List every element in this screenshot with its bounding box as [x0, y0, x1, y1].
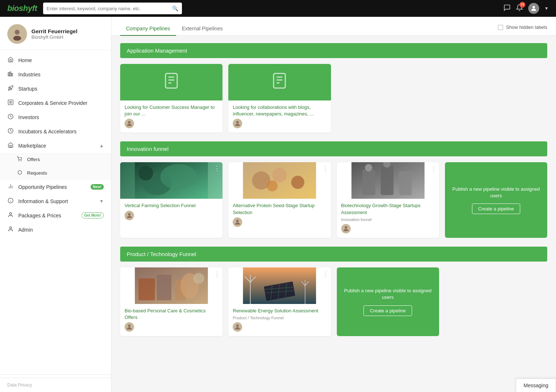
investors-icon	[7, 114, 14, 121]
show-hidden-label: Show hidden labels	[506, 24, 547, 30]
card-menu-btn-ap[interactable]: ⋮	[322, 164, 329, 172]
create-pipeline-text-pt: Publish a new pipeline visible to assign…	[344, 288, 432, 301]
card-body-am-2: Looking for collaborations with blogs, i…	[228, 100, 331, 133]
section-product-technology: Product / Technology Funnel	[120, 247, 547, 262]
svg-rect-45	[399, 171, 412, 195]
card-img-vf: ⋮	[120, 162, 222, 199]
opportunity-badge: New!	[91, 184, 104, 190]
svg-point-48	[344, 226, 347, 229]
pipeline-card-am-1[interactable]: Looking for Customer Success Manager to …	[120, 64, 222, 133]
card-menu-btn-vf[interactable]: ⋮	[214, 164, 220, 172]
svg-point-25	[128, 121, 131, 124]
section-innovation-funnel: Innovation funnel	[120, 141, 547, 156]
card-avatar-am-2	[233, 119, 242, 128]
sidebar-item-admin[interactable]: Admin	[0, 222, 111, 237]
admin-icon	[7, 226, 14, 233]
sidebar-item-opportunity[interactable]: Opportunity Pipelines New!	[0, 180, 111, 194]
user-profile: Gerrit Feuerriegel Bioshyft GmbH	[0, 17, 111, 50]
card-placeholder-am-2	[228, 64, 331, 100]
sidebar-item-packages[interactable]: Packages & Prices Get More!	[0, 208, 111, 222]
tab-actions: Show hidden labels	[498, 24, 547, 33]
svg-point-12	[21, 161, 21, 161]
packages-badge: Get More!	[81, 212, 104, 218]
pipeline-card-re[interactable]: ⋮ Renewable Energy Solution Assessment P…	[228, 267, 331, 336]
svg-point-55	[128, 324, 131, 327]
card-title-re: Renewable Energy Solution Assessment	[233, 308, 326, 314]
messaging-button[interactable]: Messaging	[516, 378, 556, 392]
search-bar[interactable]: 🔍	[43, 3, 182, 14]
pipeline-card-ap[interactable]: ⋮ Alternative Protein Seed-Stage Startup…	[228, 162, 331, 237]
profile-avatar	[7, 24, 27, 44]
info-caret-icon: ▼	[99, 199, 104, 204]
profile-name: Gerrit Feuerriegel	[31, 28, 77, 34]
card-avatar-ap	[233, 217, 242, 227]
search-input[interactable]	[47, 6, 172, 11]
card-menu-btn-re[interactable]: ⋮	[322, 270, 329, 278]
offers-icon	[16, 156, 23, 163]
card-title-bt: Biotechnology Growth-Stage Startups Asse…	[341, 202, 435, 216]
sidebar-label-requests: Requests	[27, 170, 104, 176]
notifications-icon[interactable]: 77	[516, 4, 523, 13]
card-menu-btn-bt[interactable]: ⋮	[430, 164, 437, 172]
section-application-management: Application Management	[120, 43, 547, 58]
card-title-vf: Vertical Farming Selection Funnel	[125, 202, 218, 209]
create-pipeline-btn-pt[interactable]: Create a pipeline	[363, 305, 412, 316]
avatar-caret-icon[interactable]: ▼	[544, 6, 549, 11]
card-body-am-1: Looking for Customer Success Manager to …	[120, 100, 222, 133]
info-icon	[7, 198, 14, 205]
svg-point-19	[9, 213, 11, 214]
svg-point-3	[13, 36, 21, 41]
svg-rect-5	[10, 72, 11, 76]
show-hidden-checkbox[interactable]	[498, 25, 503, 30]
sidebar-footer[interactable]: Data Privacy	[0, 378, 111, 392]
svg-point-35	[128, 213, 131, 216]
tab-external-pipelines[interactable]: External Pipelines	[176, 22, 229, 36]
sidebar-label-startups: Startups	[18, 86, 104, 92]
sidebar-item-offers[interactable]: Offers	[0, 153, 111, 166]
pipeline-card-bp[interactable]: ⋮ Bio-based Personal Care & Cosmetics Of…	[120, 267, 222, 336]
svg-rect-21	[165, 73, 177, 88]
document-icon-2	[271, 72, 288, 93]
sidebar-item-requests[interactable]: Requests	[0, 166, 111, 180]
card-body-bt: Biotechnology Growth-Stage Startups Asse…	[337, 199, 439, 237]
svg-point-0	[533, 6, 535, 8]
pipeline-card-am-2[interactable]: Looking for collaborations with blogs, i…	[228, 64, 331, 133]
corporates-icon	[7, 99, 14, 106]
svg-rect-44	[381, 166, 393, 195]
topnav-right: 77 ▼	[503, 3, 549, 14]
svg-rect-43	[362, 170, 375, 195]
product-technology-grid: ⋮ Bio-based Personal Care & Cosmetics Of…	[120, 267, 547, 336]
card-menu-btn-bp[interactable]: ⋮	[214, 270, 220, 278]
sidebar-item-incubators[interactable]: Incubators & Accelerators	[0, 124, 111, 138]
card-subtitle-bt: Innovation funnel	[341, 217, 435, 222]
tab-company-pipelines[interactable]: Company Pipelines	[120, 22, 176, 36]
sidebar-label-info: Information & Support	[18, 198, 95, 204]
incubators-icon	[7, 128, 14, 135]
pipeline-card-vf[interactable]: ⋮ Vertical Farming Selection Funnel	[120, 162, 222, 237]
chat-icon[interactable]	[503, 4, 511, 13]
sidebar-item-investors[interactable]: Investors	[0, 110, 111, 124]
sidebar-item-marketplace[interactable]: Marketplace ▲	[0, 138, 111, 153]
sidebar-label-incubators: Incubators & Accelerators	[18, 129, 104, 134]
create-pipeline-btn-if[interactable]: Create a pipeline	[472, 203, 520, 214]
card-img-bt: ⋮	[337, 162, 439, 199]
card-subtitle-re: Product / Technology Funnel	[233, 316, 326, 320]
sidebar-item-industries[interactable]: Industries	[0, 67, 111, 81]
sidebar-item-corporates[interactable]: Corporates & Service Provider	[0, 96, 111, 110]
sidebar-label-opportunity: Opportunity Pipelines	[18, 184, 86, 190]
pipeline-card-bt[interactable]: ⋮ Biotechnology Growth-Stage Startups As…	[337, 162, 439, 237]
sidebar-item-home[interactable]: Home	[0, 53, 111, 67]
sidebar-label-admin: Admin	[18, 227, 104, 233]
main-layout: Gerrit Feuerriegel Bioshyft GmbH Home In…	[0, 17, 556, 392]
packages-icon	[7, 212, 14, 219]
sidebar-label-investors: Investors	[18, 114, 104, 120]
innovation-funnel-grid: ⋮ Vertical Farming Selection Funnel	[120, 162, 547, 237]
industries-icon	[7, 71, 14, 78]
sidebar-item-startups[interactable]: Startups	[0, 81, 111, 96]
svg-point-33	[160, 164, 197, 190]
sidebar-label-industries: Industries	[18, 72, 104, 77]
svg-point-41	[236, 220, 239, 222]
sidebar-item-info[interactable]: Information & Support ▼	[0, 194, 111, 208]
topnav: bioshyft 🔍 77 ▼	[0, 0, 556, 17]
user-avatar[interactable]	[528, 3, 539, 14]
